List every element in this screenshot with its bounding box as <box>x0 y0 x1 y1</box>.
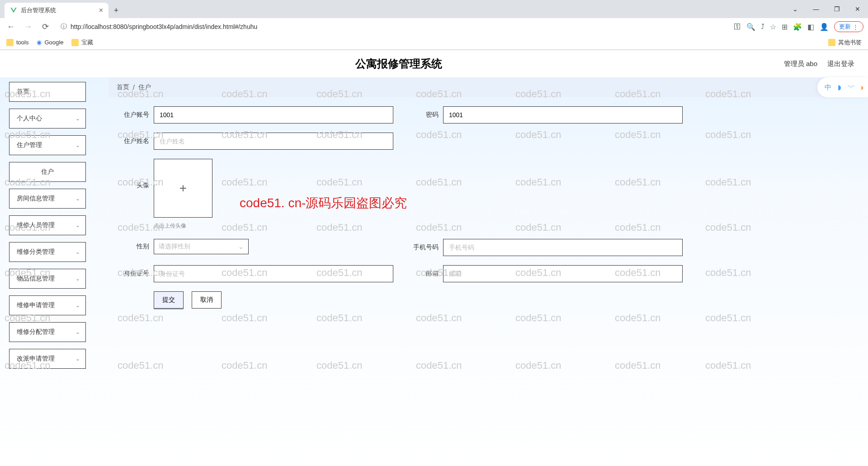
google-icon: ◉ <box>37 39 42 46</box>
tab-bar: 后台管理系统 × + ⌄ — ❐ ✕ <box>0 0 868 18</box>
key-icon[interactable]: ⚿ <box>734 23 741 31</box>
toolbar-icons: ⚿ 🔍 ⤴ ☆ ⊞ 🧩 ◧ 👤 更新⋮ <box>734 21 863 32</box>
app-header: 公寓报修管理系统 管理员 abo 退出登录 <box>0 50 868 77</box>
chevron-down-icon: ⌄ <box>75 195 80 202</box>
account-input[interactable] <box>154 106 393 124</box>
close-window-icon[interactable]: ✕ <box>847 0 868 18</box>
site-info-icon[interactable]: ⓘ <box>61 23 67 31</box>
folder-icon <box>6 39 14 46</box>
submit-button[interactable]: 提交 <box>154 291 184 309</box>
bookmark-tools[interactable]: tools <box>6 39 28 46</box>
app-title: 公寓报修管理系统 <box>14 57 784 71</box>
back-button[interactable]: ← <box>5 20 17 33</box>
form: 住户账号 密码 住户姓名 头像 <box>108 106 868 309</box>
sidepanel-icon[interactable]: ◧ <box>807 23 814 31</box>
breadcrumb-home[interactable]: 首页 <box>117 83 129 91</box>
name-input[interactable] <box>154 133 393 150</box>
bookmark-bar: tools ◉Google 宝藏 其他书签 <box>0 35 868 50</box>
bookmark-treasure[interactable]: 宝藏 <box>71 38 93 47</box>
logout-link[interactable]: 退出登录 <box>827 60 854 68</box>
sidebar-item[interactable]: 物品信息管理⌄ <box>9 269 86 289</box>
chevron-down-icon: ⌄ <box>238 243 244 250</box>
extensions-icon[interactable]: 🧩 <box>793 23 802 31</box>
tab-title: 后台管理系统 <box>21 6 56 14</box>
gender-label: 性别 <box>118 243 149 251</box>
avatar-upload[interactable]: + <box>154 159 212 218</box>
header-right: 管理员 abo 退出登录 <box>784 60 854 68</box>
breadcrumb: 首页 / 住户 中 ◗ ᵔᵕᵔ › <box>108 77 868 97</box>
chevron-down-icon: ⌄ <box>75 249 80 255</box>
chevron-down-icon: ⌄ <box>75 329 80 335</box>
accessibility-icon[interactable]: ᵔᵕᵔ <box>848 84 854 90</box>
profile-icon[interactable]: 👤 <box>820 23 829 31</box>
bookmark-google[interactable]: ◉Google <box>37 39 63 46</box>
gender-select[interactable]: 请选择性别 ⌄ <box>154 239 249 254</box>
vue-favicon <box>10 7 17 14</box>
cancel-button[interactable]: 取消 <box>192 291 222 309</box>
sidebar-item[interactable]: 房间信息管理⌄ <box>9 189 86 209</box>
app-body: 首页个人中心⌄住户管理⌄住户房间信息管理⌄维修人员管理⌄维修分类管理⌄物品信息管… <box>0 77 868 466</box>
email-label: 邮箱 <box>407 270 439 278</box>
idcard-input[interactable] <box>154 265 393 282</box>
floating-actions: 中 ◗ ᵔᵕᵔ › <box>817 77 868 97</box>
chevron-down-icon: ⌄ <box>75 142 80 148</box>
forward-button: → <box>22 20 34 33</box>
folder-icon <box>828 39 835 46</box>
plus-icon: + <box>179 181 187 195</box>
reload-button[interactable]: ⟳ <box>39 20 52 33</box>
sidebar-item[interactable]: 改派申请管理⌄ <box>9 349 86 369</box>
star-icon[interactable]: ☆ <box>770 23 776 31</box>
account-label: 住户账号 <box>118 111 149 119</box>
lang-toggle[interactable]: 中 <box>825 83 831 92</box>
chevron-down-icon: ⌄ <box>75 222 80 228</box>
sidebar: 首页个人中心⌄住户管理⌄住户房间信息管理⌄维修人员管理⌄维修分类管理⌄物品信息管… <box>0 77 95 466</box>
phone-label: 手机号码 <box>407 243 439 252</box>
breadcrumb-sep: / <box>133 84 135 91</box>
avatar-hint: 点击上传头像 <box>154 222 212 230</box>
address-bar: ← → ⟳ ⓘ http://localhost:8080/springboot… <box>0 18 868 35</box>
close-tab-icon[interactable]: × <box>99 6 103 14</box>
url-input[interactable]: ⓘ http://localhost:8080/springboot3lx4p/… <box>56 23 729 31</box>
search-icon[interactable]: 🔍 <box>746 23 755 31</box>
password-label: 密码 <box>407 111 439 119</box>
chevron-down-icon: ⌄ <box>75 276 80 282</box>
sidebar-item[interactable]: 住户管理⌄ <box>9 135 86 155</box>
breadcrumb-current: 住户 <box>138 83 151 91</box>
avatar-label: 头像 <box>118 181 149 190</box>
browser-tab[interactable]: 后台管理系统 × <box>5 3 108 18</box>
sidebar-item[interactable]: 维修申请管理⌄ <box>9 295 86 315</box>
url-text: http://localhost:8080/springboot3lx4p/ad… <box>71 23 257 30</box>
minimize-icon[interactable]: — <box>806 0 826 18</box>
theme-toggle-icon[interactable]: ◗ <box>838 83 841 91</box>
chevron-down-icon: ⌄ <box>75 115 80 122</box>
sidebar-item[interactable]: 个人中心⌄ <box>9 109 86 128</box>
sidebar-item[interactable]: 住户 <box>9 162 86 182</box>
content: 首页 / 住户 中 ◗ ᵔᵕᵔ › 住户账号 密码 <box>95 77 868 466</box>
sidebar-item[interactable]: 首页 <box>9 82 86 102</box>
sidebar-item[interactable]: 维修分类管理⌄ <box>9 242 86 262</box>
sidebar-item[interactable]: 维修人员管理⌄ <box>9 215 86 235</box>
decorative-footer <box>190 421 868 466</box>
window-dropdown-icon[interactable]: ⌄ <box>785 0 806 18</box>
new-tab-button[interactable]: + <box>108 3 124 18</box>
password-input[interactable] <box>443 106 683 124</box>
update-button[interactable]: 更新⋮ <box>834 21 863 32</box>
share-icon[interactable]: ⤴ <box>761 23 764 31</box>
idcard-label: 身份证号 <box>118 270 149 278</box>
phone-input[interactable] <box>443 239 683 256</box>
sidebar-item[interactable]: 维修分配管理⌄ <box>9 322 86 342</box>
translate-icon[interactable]: ⊞ <box>782 23 788 31</box>
collapse-arrow-icon[interactable]: › <box>861 83 863 92</box>
window-controls: ⌄ — ❐ ✕ <box>785 0 868 18</box>
folder-icon <box>71 39 79 46</box>
browser-chrome: 后台管理系统 × + ⌄ — ❐ ✕ ← → ⟳ ⓘ http://localh… <box>0 0 868 50</box>
maximize-icon[interactable]: ❐ <box>826 0 847 18</box>
other-bookmarks[interactable]: 其他书签 <box>828 38 862 47</box>
user-label[interactable]: 管理员 abo <box>784 60 817 68</box>
name-label: 住户姓名 <box>118 137 149 145</box>
email-input[interactable] <box>443 265 683 282</box>
chevron-down-icon: ⌄ <box>75 356 80 362</box>
chevron-down-icon: ⌄ <box>75 302 80 309</box>
